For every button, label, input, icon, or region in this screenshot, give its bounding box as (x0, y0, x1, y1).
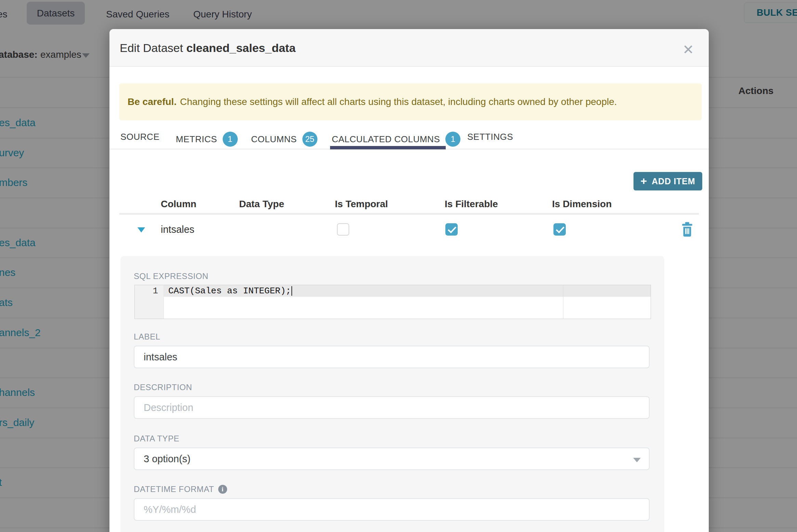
columns-count-badge: 25 (302, 132, 317, 147)
label-field-label: LABEL (134, 332, 160, 342)
metrics-count-badge: 1 (223, 132, 238, 147)
sql-code-text: CAST(Sales as INTEGER); (168, 286, 291, 296)
data-type-select[interactable]: 3 option(s) (134, 448, 650, 470)
tab-columns[interactable]: COLUMNS25 (251, 132, 317, 147)
modal-title: Edit Dataset cleaned_sales_data (120, 41, 296, 55)
modal-title-prefix: Edit Dataset (120, 41, 186, 54)
plus-icon: + (641, 175, 647, 186)
data-type-value: 3 option(s) (144, 453, 191, 465)
warning-text: Changing these settings will affect all … (180, 96, 617, 107)
text-cursor (291, 286, 292, 296)
screen: es Datasets Saved Queries Query History … (0, 0, 797, 532)
warning-banner: Be careful. Changing these settings will… (119, 83, 702, 120)
description-placeholder: Description (144, 402, 193, 413)
active-tab-indicator (330, 146, 446, 149)
add-item-button[interactable]: + ADD ITEM (633, 172, 702, 190)
tab-source[interactable]: SOURCE (120, 132, 159, 142)
is-filterable-checkbox[interactable] (445, 223, 458, 236)
col-header-is-temporal: Is Temporal (335, 199, 388, 210)
label-input-value: intsales (144, 351, 177, 363)
col-header-data-type: Data Type (239, 199, 284, 210)
calculated-columns-count-badge: 1 (445, 132, 460, 147)
description-field-label: DESCRIPTION (134, 383, 192, 392)
datetime-format-field-label: DATETIME FORMAT i (134, 484, 227, 494)
datetime-format-label-text: DATETIME FORMAT (134, 484, 214, 494)
sql-editor[interactable]: 1 CAST(Sales as INTEGER); (134, 285, 651, 319)
is-dimension-checkbox[interactable] (553, 223, 566, 236)
tab-settings-label: SETTINGS (467, 132, 513, 142)
col-header-is-filterable: Is Filterable (445, 199, 498, 210)
chevron-down-icon (633, 458, 641, 462)
warning-bold: Be careful. (128, 96, 177, 107)
delete-icon[interactable] (680, 221, 694, 238)
label-input[interactable]: intsales (134, 346, 650, 368)
datetime-format-input[interactable]: %Y/%m/%d (134, 498, 650, 521)
datetime-format-placeholder: %Y/%m/%d (144, 504, 196, 515)
description-input[interactable]: Description (134, 396, 650, 419)
close-icon[interactable]: ✕ (678, 39, 698, 60)
column-name: intsales (161, 224, 194, 235)
calculated-column-detail-panel: SQL EXPRESSION 1 CAST(Sales as INTEGER);… (120, 256, 664, 532)
sql-code[interactable]: CAST(Sales as INTEGER); (168, 285, 292, 297)
data-type-field-label: DATA TYPE (134, 434, 179, 443)
tab-source-label: SOURCE (120, 132, 159, 142)
sql-expression-label: SQL EXPRESSION (134, 271, 208, 281)
col-header-column: Column (161, 199, 196, 210)
add-item-label: ADD ITEM (652, 176, 695, 186)
tab-columns-label: COLUMNS (251, 134, 297, 145)
tab-calculated-columns[interactable]: CALCULATED COLUMNS1 (332, 132, 460, 147)
editor-print-margin (563, 285, 563, 319)
collapse-caret-icon[interactable] (138, 227, 145, 232)
modal-header: Edit Dataset cleaned_sales_data ✕ (109, 29, 709, 67)
modal-title-dataset-name: cleaned_sales_data (186, 41, 296, 54)
tab-calculated-columns-label: CALCULATED COLUMNS (332, 134, 440, 145)
is-temporal-checkbox[interactable] (337, 223, 349, 236)
col-header-is-dimension: Is Dimension (552, 199, 612, 210)
info-icon[interactable]: i (218, 485, 227, 494)
editor-line-number: 1 (135, 285, 158, 297)
tab-metrics[interactable]: METRICS1 (176, 132, 238, 147)
tab-metrics-label: METRICS (176, 134, 217, 145)
tab-settings[interactable]: SETTINGS (467, 132, 513, 142)
edit-dataset-modal: Edit Dataset cleaned_sales_data ✕ Be car… (109, 29, 709, 532)
table-header-divider (119, 213, 699, 215)
